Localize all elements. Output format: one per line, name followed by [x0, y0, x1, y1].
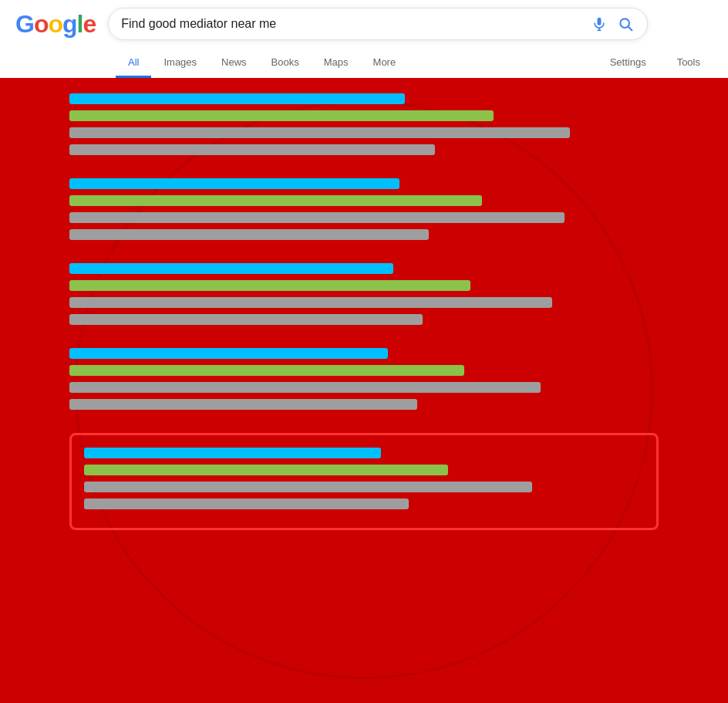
search-bar[interactable]: Find good mediator near me — [108, 8, 648, 40]
highlighted-url-bar — [84, 465, 448, 475]
search-icon[interactable] — [616, 15, 635, 33]
logo-letter-g2: g — [62, 10, 77, 39]
result-3-desc-bar-2 — [69, 314, 423, 325]
svg-rect-0 — [598, 18, 602, 25]
highlighted-title-bar[interactable] — [84, 448, 381, 458]
result-2-desc-bar-2 — [69, 229, 429, 240]
tab-more[interactable]: More — [361, 49, 409, 78]
highlighted-desc-bar-2 — [84, 499, 409, 509]
result-block-1 — [69, 93, 659, 155]
logo-letter-g: G — [15, 10, 34, 39]
result-1-url-bar — [69, 110, 494, 121]
result-3-url-bar — [69, 280, 470, 291]
result-4-url-bar — [69, 365, 464, 376]
result-4-title-bar[interactable] — [69, 348, 388, 359]
result-3-title-bar[interactable] — [69, 263, 393, 274]
result-4-desc-bar-2 — [69, 399, 417, 410]
tab-news[interactable]: News — [209, 49, 259, 78]
result-block-2 — [69, 178, 659, 240]
tab-settings[interactable]: Settings — [598, 49, 659, 78]
highlighted-desc-bar-1 — [84, 482, 532, 492]
result-block-3 — [69, 263, 659, 325]
tab-tools[interactable]: Tools — [665, 49, 713, 78]
result-2-desc-bar-1 — [69, 212, 565, 223]
search-icons — [590, 15, 635, 33]
microphone-icon[interactable] — [590, 15, 608, 33]
nav-tabs: All Images News Books Maps More Settings… — [116, 48, 713, 78]
result-1-desc-bar-2 — [69, 144, 435, 155]
result-2-title-bar[interactable] — [69, 178, 399, 189]
logo-letter-l: l — [77, 10, 83, 39]
highlighted-result-block — [69, 433, 659, 530]
result-3-desc-bar-1 — [69, 297, 552, 308]
search-input[interactable]: Find good mediator near me — [121, 17, 590, 31]
result-1-desc-bar-1 — [69, 127, 570, 138]
logo-letter-e: e — [83, 10, 96, 39]
results-area — [0, 78, 728, 546]
result-1-title-bar[interactable] — [69, 93, 405, 104]
result-block-4 — [69, 348, 659, 410]
result-2-url-bar — [69, 195, 482, 206]
google-logo[interactable]: Google — [15, 10, 96, 39]
tab-maps[interactable]: Maps — [312, 49, 361, 78]
nav-right: Settings Tools — [598, 49, 713, 78]
tab-images[interactable]: Images — [151, 49, 209, 78]
tab-all[interactable]: All — [116, 49, 151, 78]
logo-letter-o2: o — [48, 10, 62, 39]
logo-letter-o1: o — [34, 10, 49, 39]
tab-books[interactable]: Books — [259, 49, 312, 78]
header-top: Google Find good mediator near me — [15, 8, 713, 48]
svg-line-4 — [629, 27, 632, 31]
result-4-desc-bar-1 — [69, 382, 541, 393]
google-header: Google Find good mediator near me — [0, 0, 728, 78]
